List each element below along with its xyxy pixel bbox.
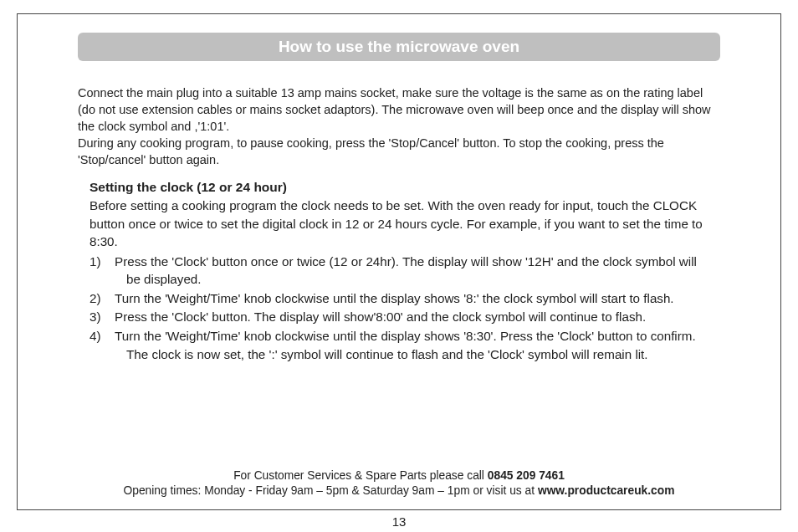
footer-url: www.productcareuk.com [538, 484, 675, 497]
clock-section: Setting the clock (12 or 24 hour) Before… [78, 180, 720, 363]
step-text: Turn the 'Weight/Time' knob clockwise un… [115, 329, 696, 361]
page-number: 13 [0, 514, 798, 529]
step-text: Press the 'Clock' button. The display wi… [115, 309, 646, 324]
page: How to use the microwave oven Connect th… [0, 0, 798, 532]
section-heading: Setting the clock (12 or 24 hour) [90, 180, 714, 195]
footer-text: Opening times: Monday - Friday 9am – 5pm… [124, 484, 538, 497]
steps-list: 1)Press the 'Clock' button once or twice… [90, 253, 714, 363]
footer: For Customer Services & Spare Parts plea… [78, 468, 720, 499]
list-item: 1)Press the 'Clock' button once or twice… [90, 253, 714, 289]
list-item: 2)Turn the 'Weight/Time' knob clockwise … [90, 289, 714, 308]
section-intro: Before setting a cooking program the clo… [90, 197, 714, 251]
content-frame: How to use the microwave oven Connect th… [17, 13, 781, 510]
title-bar: How to use the microwave oven [78, 33, 720, 61]
step-text: Turn the 'Weight/Time' knob clockwise un… [115, 291, 674, 305]
list-item: 4)Turn the 'Weight/Time' knob clockwise … [90, 327, 714, 363]
page-title: How to use the microwave oven [279, 38, 519, 56]
footer-text: For Customer Services & Spare Parts plea… [233, 469, 488, 482]
step-text: Press the 'Clock' button once or twice (… [115, 254, 697, 287]
list-item: 3)Press the 'Clock' button. The display … [90, 308, 714, 326]
footer-line-2: Opening times: Monday - Friday 9am – 5pm… [78, 483, 720, 499]
intro-paragraph: Connect the main plug into a suitable 13… [78, 84, 720, 168]
footer-phone: 0845 209 7461 [488, 469, 565, 482]
footer-line-1: For Customer Services & Spare Parts plea… [78, 468, 720, 484]
